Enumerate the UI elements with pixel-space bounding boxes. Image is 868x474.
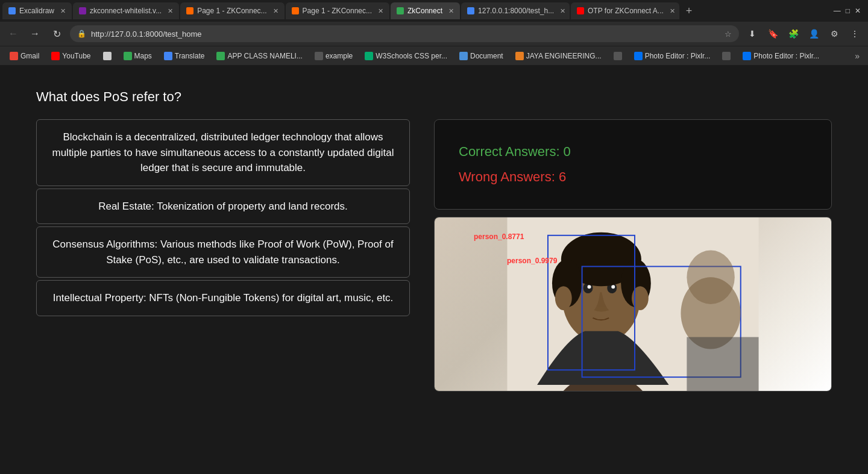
- tab-favicon: [577, 7, 584, 14]
- bookmark-w3schools[interactable]: W3Schools CSS per...: [360, 50, 452, 62]
- pixlr1-favicon: [634, 52, 643, 60]
- tab-excalidraw[interactable]: Excalidraw ✕: [2, 2, 72, 19]
- camera-panel: person_0.8771 person_0.9979: [434, 217, 832, 391]
- answer-text-2: Real Estate: Tokenization of property an…: [98, 201, 348, 212]
- tab-favicon: [79, 7, 86, 14]
- detection-label-2: person_0.9979: [507, 257, 557, 265]
- tab-favicon: [292, 7, 299, 14]
- youtube-favicon: [51, 52, 60, 60]
- answers-section: Blockchain is a decentralized, distribut…: [36, 119, 410, 316]
- tab-label: zkconnect-whitelist.v...: [90, 7, 162, 15]
- tab-otp[interactable]: OTP for ZKConnect A... ✕: [571, 2, 679, 19]
- bookmark-label: Gmail: [20, 52, 39, 60]
- tab-bar: Excalidraw ✕ zkconnect-whitelist.v... ✕ …: [0, 0, 868, 22]
- bookmark-youtube[interactable]: YouTube: [46, 50, 95, 62]
- url-display: http://127.0.0.1:8000/test_home: [91, 30, 720, 39]
- example-favicon: [315, 52, 323, 60]
- address-bar[interactable]: 🔒 http://127.0.0.1:8000/test_home ☆: [70, 25, 739, 42]
- bookmark-star[interactable]: [98, 50, 116, 62]
- extensions-icon[interactable]: 🧩: [785, 25, 802, 42]
- tab-label: Excalidraw: [19, 7, 54, 15]
- main-layout: Blockchain is a decentralized, distribut…: [36, 119, 832, 391]
- bookmarks-bar: Gmail YouTube Maps Translate APP CLASS N…: [0, 46, 868, 65]
- maximize-button[interactable]: □: [846, 7, 850, 15]
- bookmark-label: example: [326, 52, 353, 60]
- bookmark-label: W3Schools CSS per...: [376, 52, 447, 60]
- bookmark-label: Photo Editor : Pixlr...: [645, 52, 711, 60]
- answer-option-3[interactable]: Consensus Algorithms: Various methods li…: [36, 226, 410, 278]
- bookmark-gmail[interactable]: Gmail: [5, 50, 44, 62]
- svg-point-6: [588, 285, 591, 288]
- answer-option-2[interactable]: Real Estate: Tokenization of property an…: [36, 189, 410, 225]
- settings-icon[interactable]: ⚙: [826, 25, 843, 42]
- bookmark-label: Translate: [175, 52, 205, 60]
- tab-close-btn[interactable]: ✕: [378, 7, 383, 15]
- bookmark-appclass[interactable]: APP CLASS NAMELI...: [212, 50, 307, 62]
- refresh-button[interactable]: ↻: [48, 25, 65, 42]
- tab-zkconnect-active[interactable]: ZkConnect ✕: [391, 2, 460, 19]
- tab-favicon: [8, 7, 16, 14]
- bookmark-label: Photo Editor : Pixlr...: [753, 52, 819, 60]
- security-icon: 🔒: [77, 30, 86, 38]
- misc1-favicon: [614, 52, 622, 60]
- bookmark-example[interactable]: example: [310, 50, 357, 62]
- menu-icon[interactable]: ⋮: [846, 25, 863, 42]
- bookmark-label: Maps: [134, 52, 152, 60]
- right-panel: Correct Answers: 0 Wrong Answers: 6: [434, 119, 832, 391]
- jaya-favicon: [515, 52, 524, 60]
- camera-feed: person_0.8771 person_0.9979: [435, 217, 831, 391]
- tab-page1-b[interactable]: Page 1 - ZKConnec... ✕: [286, 2, 389, 19]
- answer-text-4: Intellectual Property: NFTs (Non-Fungibl…: [53, 292, 394, 304]
- tab-localhost[interactable]: 127.0.0.1:8000/test_h... ✕: [461, 2, 570, 19]
- svg-rect-17: [687, 337, 758, 391]
- close-window-button[interactable]: ✕: [855, 7, 861, 15]
- new-tab-button[interactable]: +: [681, 2, 697, 19]
- minimize-button[interactable]: —: [834, 7, 841, 15]
- bookmark-star-icon[interactable]: ☆: [725, 30, 732, 39]
- answer-option-4[interactable]: Intellectual Property: NFTs (Non-Fungibl…: [36, 280, 410, 316]
- camera-video-feed: [435, 217, 831, 391]
- bookmark-label: JAYA ENGINEERING...: [526, 52, 602, 60]
- back-button[interactable]: ←: [5, 25, 22, 42]
- correct-answers-label: Correct Answers: 0: [459, 144, 807, 160]
- tab-label: Page 1 - ZKConnec...: [303, 7, 372, 15]
- forward-button[interactable]: →: [27, 25, 43, 42]
- tab-zkconnect-whitelist[interactable]: zkconnect-whitelist.v... ✕: [73, 2, 179, 19]
- answer-text-3: Consensus Algorithms: Various methods li…: [52, 239, 393, 266]
- bookmark-maps[interactable]: Maps: [119, 50, 157, 62]
- address-bar-actions: ☆: [725, 30, 732, 39]
- star-favicon: [103, 52, 112, 60]
- score-panel: Correct Answers: 0 Wrong Answers: 6: [434, 119, 832, 210]
- tab-close-btn[interactable]: ✕: [670, 7, 675, 15]
- answer-text-1: Blockchain is a decentralized, distribut…: [52, 131, 394, 173]
- tab-close-btn[interactable]: ✕: [448, 7, 454, 15]
- profile-icon[interactable]: 👤: [805, 25, 822, 42]
- page-content: What does PoS refer to? Blockchain is a …: [0, 65, 868, 474]
- gmail-favicon: [10, 52, 18, 60]
- tab-close-btn[interactable]: ✕: [560, 7, 565, 15]
- bookmark-label: YouTube: [62, 52, 90, 60]
- tab-page1-a[interactable]: Page 1 - ZKConnec... ✕: [180, 2, 284, 19]
- download-icon[interactable]: ⬇: [744, 25, 761, 42]
- bookmark-list-icon[interactable]: 🔖: [764, 25, 781, 42]
- bookmark-misc2[interactable]: [717, 50, 735, 62]
- tab-close-btn[interactable]: ✕: [273, 7, 278, 15]
- bookmark-jaya[interactable]: JAYA ENGINEERING...: [511, 50, 606, 62]
- tab-favicon: [397, 7, 404, 14]
- bookmark-misc1[interactable]: [609, 50, 627, 62]
- wrong-answers-label: Wrong Answers: 6: [459, 169, 807, 185]
- bookmark-translate[interactable]: Translate: [159, 50, 210, 62]
- browser-chrome: Excalidraw ✕ zkconnect-whitelist.v... ✕ …: [0, 0, 868, 65]
- tab-close-btn[interactable]: ✕: [168, 7, 173, 15]
- maps-favicon: [124, 52, 132, 60]
- answer-option-1[interactable]: Blockchain is a decentralized, distribut…: [36, 119, 410, 186]
- tab-close-btn[interactable]: ✕: [60, 7, 66, 15]
- tab-label: OTP for ZKConnect A...: [588, 7, 664, 15]
- bookmark-document[interactable]: Document: [454, 50, 508, 62]
- w3schools-favicon: [365, 52, 373, 60]
- bookmarks-more-icon[interactable]: »: [851, 49, 863, 63]
- bookmark-pixlr1[interactable]: Photo Editor : Pixlr...: [629, 50, 715, 62]
- svg-point-16: [687, 251, 734, 304]
- bookmark-pixlr2[interactable]: Photo Editor : Pixlr...: [738, 50, 824, 62]
- tab-favicon: [467, 7, 474, 14]
